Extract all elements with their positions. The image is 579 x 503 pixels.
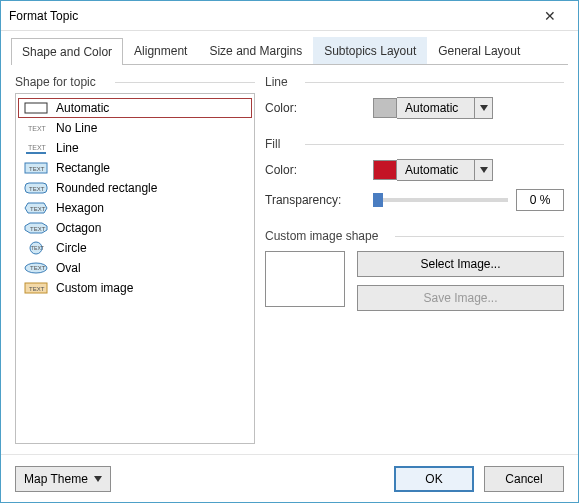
line-color-swatch [373, 98, 397, 118]
rect-outline-icon [24, 101, 48, 115]
fill-color-row: Color: Automatic [265, 159, 564, 181]
svg-text:TEXT: TEXT [30, 226, 46, 232]
list-item-label: Hexagon [56, 201, 104, 215]
list-item-label: Line [56, 141, 79, 155]
oval-blue-icon: TEXT [24, 261, 48, 275]
fill-color-value: Automatic [397, 159, 475, 181]
fill-color-label: Color: [265, 163, 365, 177]
cancel-button[interactable]: Cancel [484, 466, 564, 492]
window-title: Format Topic [9, 9, 530, 23]
text-only-icon: TEXT [24, 121, 48, 135]
list-item[interactable]: TEXTCircle [18, 238, 252, 258]
svg-text:TEXT: TEXT [30, 265, 46, 271]
svg-text:TEXT: TEXT [30, 206, 46, 212]
line-group: Line Color: Automatic [265, 75, 564, 119]
chevron-down-icon[interactable] [475, 159, 493, 181]
svg-text:TEXT: TEXT [28, 144, 47, 151]
group-line: Line [265, 75, 564, 89]
list-item[interactable]: Automatic [18, 98, 252, 118]
group-fill: Fill [265, 137, 564, 151]
list-item[interactable]: TEXTOval [18, 258, 252, 278]
list-item-label: Circle [56, 241, 87, 255]
chevron-down-icon [94, 476, 102, 482]
list-item[interactable]: TEXTRectangle [18, 158, 252, 178]
titlebar: Format Topic ✕ [1, 1, 578, 31]
svg-text:TEXT: TEXT [29, 186, 45, 192]
list-item-label: Custom image [56, 281, 133, 295]
tab-subtopics-layout[interactable]: Subtopics Layout [313, 37, 427, 64]
close-icon[interactable]: ✕ [530, 8, 570, 24]
roundrect-blue-icon: TEXT [24, 181, 48, 195]
tab-size-and-margins[interactable]: Size and Margins [198, 37, 313, 64]
custom-image-row: Select Image... Save Image... [265, 251, 564, 311]
fill-group: Fill Color: Automatic Transparency: [265, 137, 564, 211]
group-shape-for-topic: Shape for topic [15, 75, 255, 89]
group-custom-image: Custom image shape [265, 229, 564, 243]
svg-text:TEXT: TEXT [29, 166, 45, 172]
image-icon: TEXT [24, 281, 48, 295]
content: Shape for topic AutomaticTEXTNo LineTEXT… [1, 65, 578, 454]
shape-list[interactable]: AutomaticTEXTNo LineTEXTLineTEXTRectangl… [15, 93, 255, 444]
save-image-button: Save Image... [357, 285, 564, 311]
image-buttons: Select Image... Save Image... [357, 251, 564, 311]
map-theme-label: Map Theme [24, 472, 88, 486]
line-color-value: Automatic [397, 97, 475, 119]
chevron-down-icon[interactable] [475, 97, 493, 119]
svg-text:TEXT: TEXT [28, 125, 47, 132]
right-panel: Line Color: Automatic Fill Color: [265, 75, 564, 444]
octagon-blue-icon: TEXT [24, 221, 48, 235]
transparency-label: Transparency: [265, 193, 365, 207]
fill-color-combo[interactable]: Automatic [373, 159, 493, 181]
line-color-combo[interactable]: Automatic [373, 97, 493, 119]
svg-text:TEXT: TEXT [31, 245, 44, 251]
list-item-label: Rounded rectangle [56, 181, 157, 195]
list-item-label: Oval [56, 261, 81, 275]
list-item[interactable]: TEXTOctagon [18, 218, 252, 238]
list-item[interactable]: TEXTCustom image [18, 278, 252, 298]
svg-text:TEXT: TEXT [29, 286, 45, 292]
tab-alignment[interactable]: Alignment [123, 37, 198, 64]
select-image-button[interactable]: Select Image... [357, 251, 564, 277]
list-item[interactable]: TEXTHexagon [18, 198, 252, 218]
image-preview [265, 251, 345, 307]
dialog-format-topic: Format Topic ✕ Shape and ColorAlignmentS… [0, 0, 579, 503]
map-theme-button[interactable]: Map Theme [15, 466, 111, 492]
line-color-label: Color: [265, 101, 365, 115]
svg-rect-0 [25, 103, 47, 113]
list-item-label: Automatic [56, 101, 109, 115]
circle-blue-icon: TEXT [24, 241, 48, 255]
list-item-label: Rectangle [56, 161, 110, 175]
slider-track [373, 198, 508, 202]
transparency-row: Transparency: 0 % [265, 189, 564, 211]
tab-shape-and-color[interactable]: Shape and Color [11, 38, 123, 65]
transparency-slider[interactable] [373, 198, 508, 202]
ok-button[interactable]: OK [394, 466, 474, 492]
underline-icon: TEXT [24, 141, 48, 155]
list-item[interactable]: TEXTRounded rectangle [18, 178, 252, 198]
tabs: Shape and ColorAlignmentSize and Margins… [1, 31, 578, 64]
transparency-value[interactable]: 0 % [516, 189, 564, 211]
slider-thumb[interactable] [373, 193, 383, 207]
footer: Map Theme OK Cancel [1, 454, 578, 502]
rect-blue-icon: TEXT [24, 161, 48, 175]
list-item[interactable]: TEXTNo Line [18, 118, 252, 138]
line-color-row: Color: Automatic [265, 97, 564, 119]
list-item-label: No Line [56, 121, 97, 135]
list-item-label: Octagon [56, 221, 101, 235]
list-item[interactable]: TEXTLine [18, 138, 252, 158]
fill-color-swatch [373, 160, 397, 180]
tab-general-layout[interactable]: General Layout [427, 37, 531, 64]
custom-image-group: Custom image shape Select Image... Save … [265, 229, 564, 311]
hexagon-blue-icon: TEXT [24, 201, 48, 215]
left-panel: Shape for topic AutomaticTEXTNo LineTEXT… [15, 75, 255, 444]
